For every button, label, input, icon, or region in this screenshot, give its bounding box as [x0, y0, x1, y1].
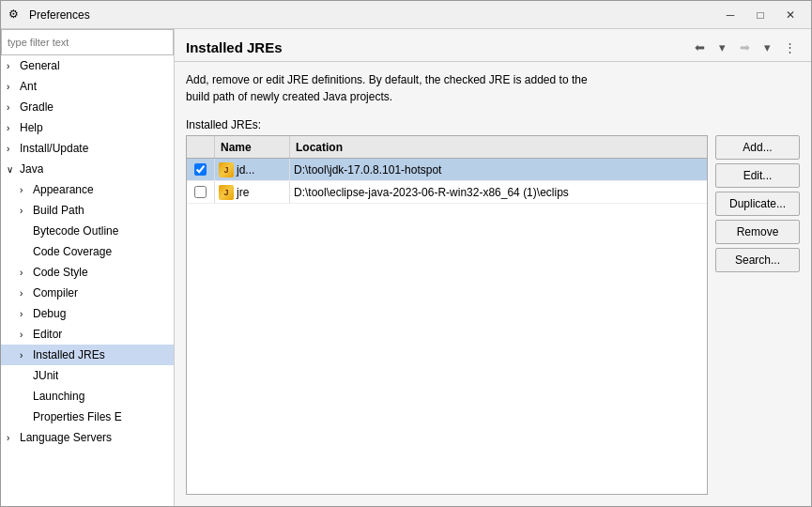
- arrow-icon: ›: [20, 185, 33, 195]
- col-location-label: Location: [296, 141, 343, 154]
- sidebar-item-language-servers[interactable]: › Language Servers: [1, 427, 174, 448]
- search-button[interactable]: Search...: [715, 248, 800, 272]
- arrow-icon: ›: [7, 123, 20, 133]
- sidebar-item-label: Language Servers: [20, 431, 112, 444]
- sidebar-item-label: Help: [20, 121, 43, 134]
- preferences-window: ⚙ Preferences ─ □ ✕ › General › Ant: [0, 0, 812, 507]
- jre-checkbox[interactable]: [194, 163, 207, 176]
- title-bar: ⚙ Preferences ─ □ ✕: [1, 1, 811, 29]
- sidebar-item-label: Appearance: [33, 183, 94, 196]
- close-button[interactable]: ✕: [777, 5, 804, 25]
- arrow-icon: ∨: [7, 164, 20, 175]
- sidebar: › General › Ant › Gradle › Help: [1, 29, 175, 506]
- edit-button[interactable]: Edit...: [715, 163, 800, 188]
- sidebar-item-compiler[interactable]: › Compiler: [1, 283, 174, 303]
- sidebar-item-label: Launching: [33, 390, 84, 403]
- sidebar-item-label: Ant: [20, 80, 37, 93]
- description-text: Add, remove or edit JRE definitions. By …: [186, 73, 588, 86]
- arrow-icon: ›: [7, 144, 20, 154]
- sidebar-item-help[interactable]: › Help: [1, 117, 174, 138]
- arrow-icon: ›: [20, 206, 33, 216]
- sidebar-item-properties-files[interactable]: › Properties Files E: [1, 407, 174, 427]
- arrow-icon: ›: [7, 82, 20, 92]
- name-cell: jd...: [215, 159, 290, 180]
- col-header-check: [187, 136, 215, 158]
- main-content: › General › Ant › Gradle › Help: [1, 29, 811, 506]
- sidebar-item-label: JUnit: [33, 369, 58, 382]
- back-dropdown-button[interactable]: ▾: [712, 37, 732, 57]
- sidebar-item-debug[interactable]: › Debug: [1, 303, 174, 324]
- sidebar-item-label: Install/Update: [20, 142, 88, 155]
- sidebar-item-editor[interactable]: › Editor: [1, 324, 174, 345]
- location-cell: D:\tool\eclipse-java-2023-06-R-win32-x86…: [290, 181, 707, 203]
- minimize-button[interactable]: ─: [717, 5, 743, 25]
- table-header: Name Location: [187, 136, 707, 159]
- tree-container: › General › Ant › Gradle › Help: [1, 55, 174, 506]
- window-title: Preferences: [29, 8, 717, 22]
- jre-name: jd...: [237, 163, 254, 177]
- sidebar-item-install-update[interactable]: › Install/Update: [1, 138, 174, 159]
- arrow-icon: ›: [7, 433, 20, 443]
- sidebar-item-label: Properties Files E: [33, 410, 122, 423]
- arrow-icon: ›: [7, 102, 20, 113]
- sidebar-item-bytecode-outline[interactable]: › Bytecode Outline: [1, 221, 174, 241]
- arrow-icon: ›: [20, 350, 33, 361]
- remove-button[interactable]: Remove: [715, 220, 800, 244]
- description-text-2: build path of newly created Java project…: [186, 90, 392, 103]
- table-row[interactable]: jd... D:\tool\jdk-17.0.8.101-hotspot: [187, 159, 707, 181]
- duplicate-button[interactable]: Duplicate...: [715, 192, 800, 216]
- installed-jres-label: Installed JREs:: [175, 115, 811, 135]
- sidebar-item-label: Gradle: [20, 100, 54, 114]
- back-button[interactable]: ⬅: [689, 37, 710, 57]
- button-panel: Add... Edit... Duplicate... Remove Searc…: [715, 135, 800, 495]
- table-body: jd... D:\tool\jdk-17.0.8.101-hotspot: [187, 159, 707, 494]
- sidebar-item-junit[interactable]: › JUnit: [1, 365, 174, 386]
- forward-button[interactable]: ➡: [734, 37, 755, 57]
- panel-title: Installed JREs: [186, 39, 283, 55]
- maximize-button[interactable]: □: [747, 5, 774, 25]
- jre-icon: [219, 185, 234, 200]
- sidebar-item-label: Code Style: [33, 266, 88, 279]
- sidebar-item-launching[interactable]: › Launching: [1, 386, 174, 407]
- panel-toolbar: ⬅ ▾ ➡ ▾ ⋮: [689, 37, 800, 57]
- col-header-name[interactable]: Name: [215, 136, 290, 158]
- check-cell[interactable]: [187, 159, 215, 180]
- app-icon: ⚙: [8, 8, 23, 23]
- check-cell[interactable]: [187, 181, 215, 203]
- jre-name: jre: [237, 186, 249, 199]
- arrow-icon: ›: [20, 288, 33, 299]
- arrow-icon: ›: [20, 309, 33, 319]
- right-panel: Installed JREs ⬅ ▾ ➡ ▾ ⋮ Add, remove or …: [175, 29, 811, 506]
- sidebar-item-appearance[interactable]: › Appearance: [1, 179, 174, 200]
- jre-table-area: Name Location: [175, 135, 811, 506]
- filter-input[interactable]: [1, 29, 174, 55]
- jre-checkbox[interactable]: [194, 186, 207, 198]
- sidebar-item-code-coverage[interactable]: › Code Coverage: [1, 241, 174, 262]
- sidebar-item-general[interactable]: › General: [1, 55, 174, 76]
- sidebar-item-code-style[interactable]: › Code Style: [1, 262, 174, 283]
- sidebar-item-label: Compiler: [33, 286, 78, 300]
- sidebar-item-label: Editor: [33, 328, 62, 341]
- sidebar-item-label: Bytecode Outline: [33, 224, 118, 238]
- menu-button[interactable]: ⋮: [779, 37, 800, 57]
- col-header-location[interactable]: Location: [290, 136, 707, 158]
- arrow-icon: ›: [20, 268, 33, 278]
- add-button[interactable]: Add...: [715, 135, 800, 160]
- table-row[interactable]: jre D:\tool\eclipse-java-2023-06-R-win32…: [187, 181, 707, 204]
- sidebar-item-java[interactable]: ∨ Java: [1, 159, 174, 179]
- sidebar-item-installed-jres[interactable]: › Installed JREs: [1, 345, 174, 365]
- sidebar-item-label: Code Coverage: [33, 245, 112, 258]
- sidebar-item-ant[interactable]: › Ant: [1, 76, 174, 97]
- arrow-icon: ›: [20, 330, 33, 340]
- panel-header: Installed JREs ⬅ ▾ ➡ ▾ ⋮: [175, 29, 811, 62]
- panel-description: Add, remove or edit JRE definitions. By …: [175, 62, 811, 115]
- sidebar-item-label: Installed JREs: [33, 348, 105, 361]
- sidebar-item-build-path[interactable]: › Build Path: [1, 200, 174, 221]
- forward-dropdown-button[interactable]: ▾: [757, 37, 777, 57]
- jre-location: D:\tool\eclipse-java-2023-06-R-win32-x86…: [294, 186, 569, 199]
- jre-icon: [219, 162, 234, 177]
- sidebar-item-label: General: [20, 59, 60, 72]
- sidebar-item-gradle[interactable]: › Gradle: [1, 97, 174, 117]
- sidebar-item-label: Build Path: [33, 204, 84, 217]
- location-cell: D:\tool\jdk-17.0.8.101-hotspot: [290, 159, 707, 180]
